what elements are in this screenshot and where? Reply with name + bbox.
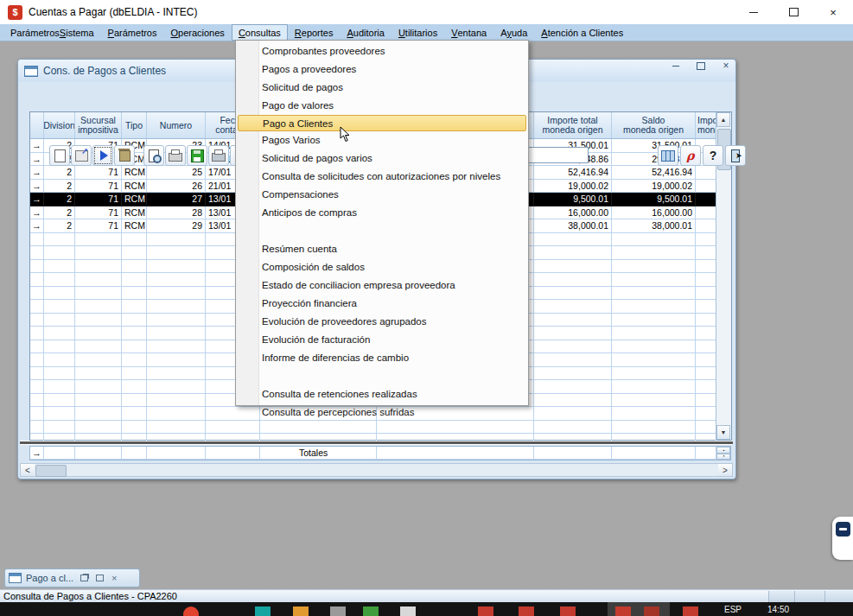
taskbar-icon[interactable] xyxy=(683,606,698,616)
menu-item[interactable]: Anticipos de compras xyxy=(236,204,528,222)
menubar-item[interactable]: Atención a Clientes xyxy=(534,24,630,41)
special-function-button[interactable]: ρ xyxy=(680,145,701,166)
table-row[interactable] xyxy=(30,421,717,435)
menu-item[interactable]: Evolución de proveedores agrupados xyxy=(236,313,528,331)
taskbar-icon[interactable] xyxy=(363,606,379,616)
totals-row-cells[interactable]: →Totales xyxy=(30,447,716,460)
menubar-item[interactable]: Operaciones xyxy=(163,24,231,41)
scroll-down-button[interactable]: ▼ xyxy=(716,425,730,440)
taskbar-icon[interactable] xyxy=(519,606,534,616)
menu-item[interactable]: Pagos Varios xyxy=(236,131,528,149)
delete-record-button[interactable] xyxy=(114,145,135,166)
menu-item[interactable]: Estado de conciliacion empresa proveedor… xyxy=(236,276,528,295)
cell xyxy=(206,421,260,435)
taskbar-icon[interactable] xyxy=(293,606,309,616)
taskbar-icon[interactable] xyxy=(255,606,271,616)
column-header[interactable]: Saldomoneda origen xyxy=(612,112,696,138)
column-header[interactable]: Sucursalimpositiva xyxy=(75,112,122,138)
menubar-item[interactable]: Parámetros Sistema xyxy=(3,24,101,41)
scroll-left-button[interactable]: < xyxy=(21,464,35,476)
menu-item[interactable] xyxy=(236,367,528,385)
scroll-up-button[interactable]: ▲ xyxy=(716,112,730,127)
menu-item[interactable]: Pagos a proveedores xyxy=(236,60,528,79)
table-row[interactable] xyxy=(30,434,717,441)
new-record-button[interactable] xyxy=(49,145,70,166)
cell xyxy=(612,314,696,327)
row-selector xyxy=(30,233,44,247)
taskbar-icon[interactable] xyxy=(330,606,346,616)
cell xyxy=(534,340,612,354)
menu-item[interactable]: Composición de saldos xyxy=(236,258,528,276)
language-indicator[interactable]: ESP xyxy=(724,605,742,614)
close-button[interactable]: × xyxy=(813,0,853,24)
taskbar-icon[interactable] xyxy=(478,606,493,616)
minimize-button[interactable] xyxy=(734,0,773,24)
column-header[interactable]: Importemoneda xyxy=(696,112,716,138)
horizontal-scroll-thumb[interactable] xyxy=(35,465,67,477)
cell xyxy=(696,287,716,301)
row-selector xyxy=(30,367,44,381)
menubar-item[interactable]: Ayuda xyxy=(493,24,534,41)
exit-button[interactable] xyxy=(725,145,746,166)
maximize-button[interactable] xyxy=(773,0,813,24)
menu-item[interactable]: Solicitud de pagos varios xyxy=(236,149,528,168)
menu-item[interactable]: Pago a Clientes xyxy=(238,115,526,131)
edit-record-button[interactable] xyxy=(71,145,92,166)
menu-item[interactable] xyxy=(236,222,528,240)
menubar-item[interactable]: Ventana xyxy=(444,24,493,41)
horizontal-scrollbar[interactable]: < > xyxy=(20,463,733,477)
cell xyxy=(534,380,612,394)
totals-spinner[interactable]: ▲ ▼ xyxy=(716,447,730,460)
child-close-button[interactable]: × xyxy=(720,60,732,72)
taskbar-icon[interactable] xyxy=(644,606,659,616)
preview-button[interactable] xyxy=(143,145,164,166)
minimized-window[interactable]: Pago a cl... × xyxy=(4,568,140,587)
menu-item[interactable]: Evolución de facturación xyxy=(236,331,528,349)
save-button[interactable] xyxy=(187,145,207,166)
taskbar-icon[interactable] xyxy=(615,606,631,616)
child-minimize-button[interactable] xyxy=(670,60,682,72)
menu-item[interactable]: Pago de valores xyxy=(236,97,528,115)
menu-item[interactable]: Informe de diferencias de cambio xyxy=(236,349,528,367)
restore-icon[interactable] xyxy=(80,575,88,581)
menubar-item[interactable]: Utilitarios xyxy=(391,24,444,41)
close-icon[interactable]: × xyxy=(111,573,117,583)
column-header[interactable]: Division xyxy=(44,112,75,138)
column-header[interactable]: Numero xyxy=(147,112,206,138)
column-header[interactable]: Importe totalmoneda origen xyxy=(534,112,612,138)
menu-item[interactable]: Consulta de solicitudes con autorizacion… xyxy=(236,168,528,186)
grid-view-button[interactable] xyxy=(658,145,678,166)
taskbar-icon[interactable] xyxy=(183,606,199,616)
child-maximize-button[interactable] xyxy=(695,60,707,72)
spin-down-button[interactable]: ▼ xyxy=(716,454,730,460)
desktop: $ Cuentas a Pagar (dbELDIA - INTEC) × Pa… xyxy=(0,0,853,616)
statusbar-segment xyxy=(794,591,824,602)
menu-item[interactable]: Resúmen cuenta xyxy=(236,240,528,258)
print-button[interactable] xyxy=(165,145,186,166)
support-tab[interactable] xyxy=(832,517,853,560)
help-button[interactable]: ? xyxy=(703,145,723,166)
row-selector: → xyxy=(30,206,44,220)
toolbar-search-input[interactable] xyxy=(519,147,589,163)
menu-item[interactable]: Compensaciones xyxy=(236,186,528,204)
taskbar-icon[interactable] xyxy=(560,606,576,616)
menubar-item[interactable]: Auditoria xyxy=(340,24,391,41)
menubar-item[interactable]: Consultas xyxy=(232,24,288,41)
print-alt-button[interactable] xyxy=(208,145,229,166)
run-query-button[interactable] xyxy=(92,145,113,166)
menu-item[interactable]: Proyección financiera xyxy=(236,295,528,313)
taskbar-icon[interactable] xyxy=(400,606,416,616)
cell xyxy=(696,273,716,287)
cell xyxy=(122,421,147,435)
clock[interactable]: 14:50 xyxy=(767,605,789,614)
scroll-right-button[interactable]: > xyxy=(718,464,732,476)
menu-item[interactable]: Consulta de retenciones realizadas xyxy=(236,385,528,403)
spin-up-button[interactable]: ▲ xyxy=(716,447,730,454)
menubar-item[interactable]: Parámetros xyxy=(101,24,164,41)
menu-item[interactable]: Consulta de percepciones sufridas xyxy=(236,403,528,422)
menubar-item[interactable]: Reportes xyxy=(288,24,341,41)
maximize-icon[interactable] xyxy=(96,575,104,581)
menu-item[interactable]: Solicitud de pagos xyxy=(236,79,528,97)
menu-item[interactable]: Comprobantes proveedores xyxy=(236,42,528,60)
column-header[interactable]: Tipo xyxy=(122,112,147,138)
